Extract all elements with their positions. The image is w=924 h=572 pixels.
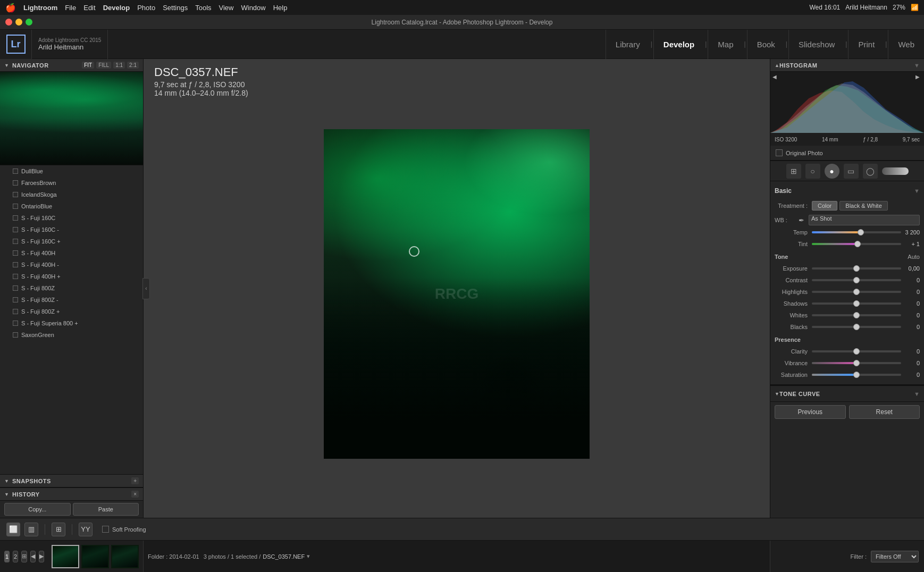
grid-tool-icon[interactable]: ⊞	[786, 164, 801, 179]
menu-file[interactable]: File	[65, 4, 76, 12]
history-close-btn[interactable]: ×	[131, 491, 139, 498]
saturation-slider[interactable]	[812, 374, 901, 376]
tab-web[interactable]: Web	[888, 30, 924, 59]
menu-view[interactable]: View	[219, 4, 234, 12]
circle-tool-icon[interactable]: ○	[805, 164, 820, 179]
loupe-view-button[interactable]: ⬜	[6, 523, 20, 536]
basic-options[interactable]: ▼	[914, 188, 920, 194]
navigator-header[interactable]: ▼ Navigator FIT FILL 1:1 2:1	[0, 59, 143, 72]
tint-slider[interactable]	[812, 243, 901, 245]
color-button[interactable]: Color	[812, 201, 837, 211]
history-header[interactable]: ▼ History ×	[0, 488, 143, 501]
menu-photo[interactable]: Photo	[137, 4, 155, 12]
zoom-fill[interactable]: FILL	[96, 62, 111, 69]
filmstrip-grid-view[interactable]: ⊞	[21, 551, 27, 562]
filmstrip-page1[interactable]: 1	[4, 551, 10, 562]
tab-print[interactable]: Print	[848, 30, 884, 59]
preset-item[interactable]: S - Fuji 160C -	[0, 224, 143, 235]
reset-button[interactable]: Reset	[849, 405, 920, 419]
paste-button[interactable]: Paste	[73, 503, 139, 516]
menu-help[interactable]: Help	[273, 4, 288, 12]
shadows-slider[interactable]	[812, 302, 901, 305]
breadcrumb-dropdown[interactable]: ▾	[307, 553, 310, 560]
dot-tool-icon[interactable]: ●	[825, 164, 839, 179]
soft-proofing-checkbox[interactable]	[102, 526, 109, 533]
filmstrip-next[interactable]: ▶	[39, 551, 44, 562]
bw-button[interactable]: Black & White	[839, 201, 887, 211]
main-image-container[interactable]: RRCG	[144, 59, 770, 518]
tone-curve-header[interactable]: ▼ Tone Curve ▼	[770, 385, 924, 401]
zoom-1-1[interactable]: 1:1	[113, 62, 125, 69]
preset-item[interactable]: IcelandSkoga	[0, 189, 143, 200]
contrast-slider[interactable]	[812, 279, 901, 281]
zoom-fit[interactable]: FIT	[82, 62, 94, 69]
film-thumb-1[interactable]	[52, 545, 79, 568]
original-photo-checkbox[interactable]	[776, 149, 783, 156]
tab-library[interactable]: Library	[606, 30, 650, 59]
close-window-button[interactable]	[5, 19, 12, 26]
compare-view-button[interactable]: ▥	[24, 523, 38, 536]
traffic-lights[interactable]	[5, 19, 32, 26]
highlights-slider[interactable]	[812, 291, 901, 293]
main-image[interactable]: RRCG	[324, 129, 590, 459]
color-channel-button[interactable]: YY	[79, 523, 93, 536]
oval-tool-icon[interactable]: ◯	[863, 164, 878, 179]
film-thumb-3[interactable]	[111, 545, 139, 568]
tab-slideshow[interactable]: Slideshow	[788, 30, 844, 59]
exposure-slider[interactable]	[812, 267, 901, 270]
filmstrip-page2[interactable]: 2	[13, 551, 18, 562]
menu-window[interactable]: Window	[241, 4, 265, 12]
preset-item[interactable]: S - Fuji 400H	[0, 247, 143, 259]
left-panel-collapse[interactable]: ‹	[142, 278, 150, 299]
vibrance-slider[interactable]	[812, 362, 901, 364]
minimize-window-button[interactable]	[15, 19, 22, 26]
tab-develop[interactable]: Develop	[653, 30, 704, 59]
preset-item[interactable]: S - Fuji 400H -	[0, 259, 143, 271]
maximize-window-button[interactable]	[26, 19, 32, 26]
snapshots-add-btn[interactable]: +	[131, 477, 139, 484]
preset-item[interactable]: S - Fuji 800Z -	[0, 294, 143, 306]
histogram-options[interactable]: ▼	[914, 62, 920, 69]
tab-map[interactable]: Map	[708, 30, 743, 59]
preset-item[interactable]: S - Fuji Superia 800 +	[0, 317, 143, 329]
histogram-clip-shadows[interactable]: ◀	[772, 74, 777, 80]
filter-select[interactable]: Filters Off	[871, 551, 919, 562]
zoom-2-1[interactable]: 2:1	[127, 62, 139, 69]
snapshots-header[interactable]: ▼ Snapshots +	[0, 475, 143, 487]
tab-book[interactable]: Book	[747, 30, 785, 59]
histogram-header[interactable]: ▲ Histogram ▼	[770, 59, 924, 72]
previous-button[interactable]: Previous	[775, 405, 846, 419]
menu-settings[interactable]: Settings	[163, 4, 188, 12]
wb-select[interactable]: As Shot	[809, 215, 920, 225]
temp-slider[interactable]	[812, 231, 901, 233]
blacks-slider[interactable]	[812, 326, 901, 328]
menu-edit[interactable]: Edit	[83, 4, 95, 12]
wb-eyedropper[interactable]: ✒	[796, 215, 807, 225]
copy-button[interactable]: Copy...	[4, 503, 71, 516]
preset-item[interactable]: S - Fuji 160C	[0, 212, 143, 224]
menu-develop[interactable]: Develop	[103, 4, 130, 12]
grid-view-button[interactable]: ⊞	[52, 523, 65, 536]
preset-item[interactable]: OntarioBlue	[0, 200, 143, 212]
whites-slider[interactable]	[812, 314, 901, 316]
tone-curve-options[interactable]: ▼	[914, 391, 920, 397]
menu-tools[interactable]: Tools	[195, 4, 211, 12]
navigator-zoom-controls: FIT FILL 1:1 2:1	[82, 62, 139, 69]
preset-item[interactable]: S - Fuji 160C +	[0, 235, 143, 247]
menu-lightroom[interactable]: Lightroom	[23, 4, 57, 12]
preset-item[interactable]: S - Fuji 800Z	[0, 282, 143, 294]
navigator-thumbnail[interactable]	[0, 72, 143, 165]
rect-tool-icon[interactable]: ▭	[844, 164, 859, 179]
filmstrip-prev[interactable]: ◀	[30, 551, 36, 562]
preset-item[interactable]: FaroesBrown	[0, 177, 143, 189]
auto-button[interactable]: Auto	[908, 254, 920, 260]
preset-item[interactable]: DullBlue	[0, 165, 143, 177]
preset-item[interactable]: S - Fuji 800Z +	[0, 306, 143, 317]
preset-item[interactable]: SaxonGreen	[0, 329, 143, 341]
nav-sep-3: |	[743, 40, 747, 48]
apple-menu[interactable]: 🍎	[5, 3, 16, 13]
film-thumb-2[interactable]	[81, 545, 109, 568]
preset-item[interactable]: S - Fuji 400H +	[0, 271, 143, 282]
clarity-slider[interactable]	[812, 350, 901, 352]
histogram-clip-highlights[interactable]: ▶	[915, 74, 920, 80]
